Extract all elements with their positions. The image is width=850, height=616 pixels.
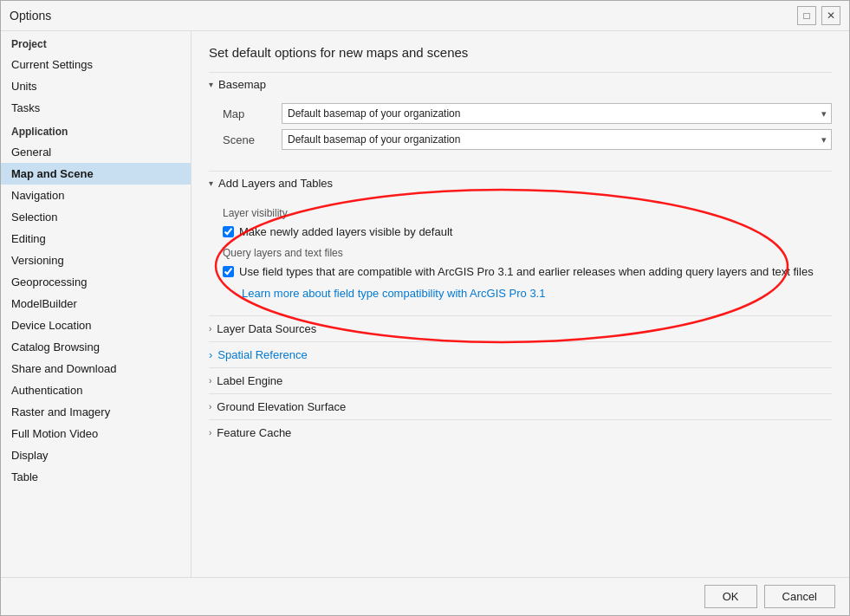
sidebar-item-raster-and-imagery[interactable]: Raster and Imagery: [1, 401, 191, 423]
label-engine-chevron-icon: ›: [209, 376, 211, 386]
sidebar-item-authentication[interactable]: Authentication: [1, 379, 191, 401]
layer-data-sources-chevron-icon: ›: [209, 324, 211, 334]
dialog-title: Options: [10, 9, 51, 23]
sidebar-item-share-and-download[interactable]: Share and Download: [1, 358, 191, 379]
scene-select-wrapper: Default basemap of your organization: [282, 129, 832, 150]
label-engine-section[interactable]: › Label Engine: [209, 367, 832, 393]
scene-label: Scene: [223, 133, 275, 146]
ok-button[interactable]: OK: [704, 585, 757, 608]
main-content-area: Set default options for new maps and sce…: [191, 31, 849, 577]
spatial-reference-section[interactable]: › Spatial Reference: [209, 341, 832, 367]
basemap-section: ▾ Basemap Map Default basemap of your or…: [209, 72, 832, 162]
sidebar-item-display[interactable]: Display: [1, 444, 191, 466]
add-layers-chevron-icon: ▾: [209, 178, 213, 188]
learn-more-link[interactable]: Learn more about field type compatibilit…: [223, 287, 832, 300]
sidebar-item-navigation[interactable]: Navigation: [1, 185, 191, 206]
query-layers-label: Query layers and text files: [223, 247, 832, 259]
maximize-button[interactable]: □: [797, 6, 816, 25]
application-section-header: Application: [1, 119, 191, 141]
scene-basemap-row: Scene Default basemap of your organizati…: [223, 129, 832, 150]
checkbox-row-1: Make newly added layers visible by defau…: [223, 224, 832, 240]
sidebar-item-units[interactable]: Units: [1, 75, 191, 97]
sidebar-item-full-motion-video[interactable]: Full Motion Video: [1, 423, 191, 444]
basemap-section-title: Basemap: [218, 78, 266, 91]
checkbox-row-2: Use field types that are compatible with…: [223, 264, 832, 280]
sidebar-item-general[interactable]: General: [1, 141, 191, 163]
map-basemap-select[interactable]: Default basemap of your organization: [282, 103, 832, 124]
field-types-checkbox[interactable]: [223, 266, 234, 277]
map-select-wrapper: Default basemap of your organization: [282, 103, 832, 124]
title-bar-buttons: □ ✕: [797, 6, 840, 25]
basemap-section-content: Map Default basemap of your organization…: [209, 96, 832, 162]
layer-visible-label: Make newly added layers visible by defau…: [239, 224, 452, 240]
sidebar-item-current-settings[interactable]: Current Settings: [1, 54, 191, 75]
field-types-label: Use field types that are compatible with…: [239, 264, 814, 280]
layer-data-sources-section[interactable]: › Layer Data Sources: [209, 315, 832, 341]
ground-elevation-section[interactable]: › Ground Elevation Surface: [209, 393, 832, 419]
add-layers-section-title: Add Layers and Tables: [218, 177, 333, 190]
sidebar-item-catalog-browsing[interactable]: Catalog Browsing: [1, 336, 191, 358]
layer-visible-checkbox[interactable]: [223, 226, 234, 237]
map-label: Map: [223, 107, 275, 120]
cancel-button[interactable]: Cancel: [764, 585, 835, 608]
add-layers-section-content: Layer visibility Make newly added layers…: [209, 195, 832, 307]
feature-cache-section[interactable]: › Feature Cache: [209, 419, 832, 445]
basemap-chevron-icon: ▾: [209, 80, 213, 89]
options-dialog: Options □ ✕ Project Current Settings Uni…: [0, 0, 850, 616]
sidebar-item-modelbuilder[interactable]: ModelBuilder: [1, 293, 191, 314]
layer-visibility-label: Layer visibility: [223, 207, 832, 219]
map-basemap-row: Map Default basemap of your organization: [223, 103, 832, 124]
layer-data-sources-title: Layer Data Sources: [217, 322, 316, 335]
basemap-section-header[interactable]: ▾ Basemap: [209, 72, 832, 96]
title-bar: Options □ ✕: [1, 1, 849, 31]
spatial-reference-chevron-icon: ›: [209, 348, 212, 361]
page-title: Set default options for new maps and sce…: [209, 45, 832, 60]
add-layers-section: ▾ Add Layers and Tables Layer visibility…: [209, 171, 832, 307]
dialog-body: Project Current Settings Units Tasks App…: [1, 31, 849, 577]
label-engine-title: Label Engine: [217, 374, 282, 387]
sidebar: Project Current Settings Units Tasks App…: [1, 31, 191, 577]
sidebar-item-map-and-scene[interactable]: Map and Scene: [1, 163, 191, 185]
add-layers-section-header[interactable]: ▾ Add Layers and Tables: [209, 171, 832, 195]
project-section-header: Project: [1, 31, 191, 54]
dialog-footer: OK Cancel: [1, 577, 849, 615]
sidebar-item-tasks[interactable]: Tasks: [1, 97, 191, 119]
scene-basemap-select[interactable]: Default basemap of your organization: [282, 129, 832, 150]
feature-cache-title: Feature Cache: [217, 426, 291, 439]
ground-elevation-chevron-icon: ›: [209, 402, 211, 412]
sidebar-item-versioning[interactable]: Versioning: [1, 250, 191, 271]
sidebar-item-selection[interactable]: Selection: [1, 206, 191, 228]
feature-cache-chevron-icon: ›: [209, 428, 211, 438]
spatial-reference-title: Spatial Reference: [217, 348, 307, 361]
sidebar-item-editing[interactable]: Editing: [1, 228, 191, 250]
ground-elevation-title: Ground Elevation Surface: [217, 400, 346, 413]
close-button[interactable]: ✕: [821, 6, 840, 25]
main-scroll: Set default options for new maps and sce…: [191, 31, 849, 577]
sidebar-item-table[interactable]: Table: [1, 466, 191, 488]
sidebar-item-device-location[interactable]: Device Location: [1, 314, 191, 336]
sidebar-item-geoprocessing[interactable]: Geoprocessing: [1, 271, 191, 293]
